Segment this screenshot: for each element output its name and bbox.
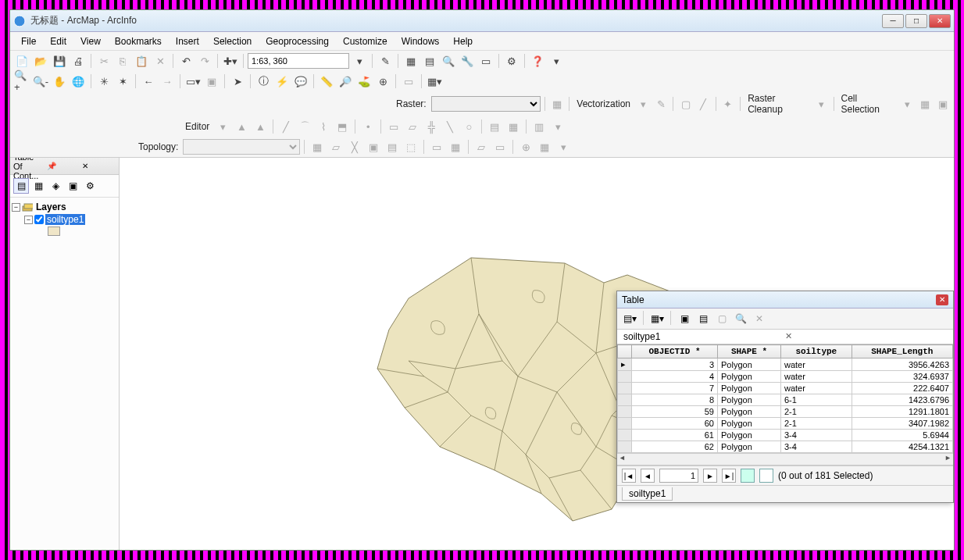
find-route-icon[interactable]: ⛳	[355, 73, 373, 90]
point-icon[interactable]: •	[359, 118, 377, 135]
row-selector[interactable]	[618, 406, 632, 418]
redo-icon[interactable]: ↷	[196, 52, 213, 70]
nav-first-icon[interactable]: |◄	[622, 469, 636, 483]
map-view[interactable]: Table ✕ ▤▾ ▦▾ ▣ ▤ ▢ 🔍 ✕ soiltype1 ✕	[120, 158, 954, 550]
related-tables-icon[interactable]: ▦▾	[649, 311, 665, 326]
menu-selection[interactable]: Selection	[207, 34, 258, 48]
model-builder-icon[interactable]: ⚙	[503, 52, 520, 70]
editor-toolbar-icon[interactable]: ✎	[377, 52, 394, 70]
options-icon[interactable]: ⚙	[82, 178, 98, 194]
sketch-properties-icon[interactable]: ▦	[505, 118, 522, 135]
split-icon[interactable]: ╲	[441, 118, 459, 135]
cell-objectid[interactable]: 7	[632, 383, 718, 394]
vectorization-label[interactable]: Vectorization	[573, 98, 634, 109]
row-selector[interactable]	[618, 394, 632, 406]
table-row[interactable]: 7Polygonwater222.6407	[618, 383, 953, 394]
show-selected-toggle[interactable]	[759, 469, 773, 483]
tree-symbol-row[interactable]	[12, 226, 117, 237]
layer-expander-icon[interactable]: −	[24, 216, 33, 224]
raster-cleanup-label[interactable]: Raster Cleanup	[744, 93, 812, 115]
topo-construct-icon[interactable]: ▱	[327, 138, 345, 155]
time-slider-icon[interactable]: ▭	[400, 73, 417, 90]
menu-help[interactable]: Help	[447, 34, 479, 48]
col-soiltype[interactable]: soiltype	[780, 345, 852, 358]
topo-error-inspector-icon[interactable]: ▦	[447, 138, 464, 155]
cut-polygons-icon[interactable]: ╬	[423, 118, 440, 135]
pin-icon[interactable]: 📌	[45, 162, 80, 170]
list-by-source-icon[interactable]: ▦	[30, 178, 46, 194]
cell-shape-length[interactable]: 324.6937	[852, 371, 952, 383]
raster-cleanup-dropdown-icon[interactable]: ▾	[813, 95, 830, 112]
help-icon[interactable]: ❓	[529, 52, 546, 70]
tree-layer-row[interactable]: − soiltype1	[12, 213, 117, 226]
search-icon[interactable]: 🔍	[440, 52, 457, 70]
menu-windows[interactable]: Windows	[395, 34, 446, 48]
table-row[interactable]: 8Polygon6-11423.6796	[618, 394, 953, 406]
pan-icon[interactable]: ✋	[51, 73, 68, 90]
fixed-zoom-out-icon[interactable]: ✶	[114, 73, 131, 90]
row-selector[interactable]	[618, 371, 632, 383]
select-by-attributes-icon[interactable]: ▣	[677, 311, 692, 326]
layer-visibility-checkbox[interactable]	[34, 215, 44, 224]
show-all-toggle[interactable]	[741, 469, 755, 483]
cell-shape-length[interactable]: 5.6944	[852, 430, 952, 441]
row-selector[interactable]	[618, 430, 632, 441]
cell-shape-length[interactable]: 3407.1982	[852, 418, 952, 430]
topo-edit-icon[interactable]: ▦	[309, 138, 326, 155]
menu-edit[interactable]: Edit	[44, 34, 73, 48]
cell-shape[interactable]: Polygon	[718, 383, 781, 394]
rotate-icon[interactable]: ○	[460, 118, 477, 135]
right-angle-icon[interactable]: ⬒	[334, 118, 351, 135]
vec-trace-icon[interactable]: ✎	[653, 95, 669, 112]
straight-segment-icon[interactable]: ╱	[277, 118, 295, 135]
menu-customize[interactable]: Customize	[337, 34, 394, 48]
zoom-in-icon[interactable]: 🔍+	[13, 73, 30, 90]
scale-input[interactable]	[248, 53, 349, 69]
identify-icon[interactable]: ⓘ	[255, 73, 272, 90]
edit-annotation-icon[interactable]: ▲	[252, 118, 269, 135]
minimize-button[interactable]: ─	[882, 14, 904, 28]
html-popup-icon[interactable]: 💬	[292, 73, 309, 90]
cell-objectid[interactable]: 4	[632, 371, 718, 383]
cell-shape[interactable]: Polygon	[718, 406, 781, 418]
table-options-icon[interactable]: ▤▾	[622, 311, 637, 326]
create-viewer-icon[interactable]: ▦▾	[426, 73, 443, 90]
row-selector-header[interactable]	[618, 345, 632, 358]
vec-line-icon[interactable]: ╱	[695, 95, 712, 112]
table-scroll-area[interactable]: OBJECTID * SHAPE * soiltype SHAPE_Length…	[617, 344, 953, 453]
bottom-tab-label[interactable]: soiltype1	[622, 487, 673, 501]
trace-icon[interactable]: ⌇	[315, 118, 332, 135]
cell-shape-length[interactable]: 4254.1321	[852, 441, 952, 453]
go-back-icon[interactable]: ←	[140, 73, 157, 90]
raster-select[interactable]	[431, 96, 541, 112]
row-selector[interactable]: ▸	[618, 358, 632, 371]
layers-label[interactable]: Layers	[34, 202, 68, 212]
new-icon[interactable]: 📄	[13, 52, 30, 70]
cell-tool1-icon[interactable]: ▦	[917, 95, 934, 112]
topo-validate-extent-icon[interactable]: ▤	[384, 138, 401, 155]
cell-soiltype[interactable]: 3-4	[780, 441, 852, 453]
topo-generalize-icon[interactable]: ▦	[536, 138, 553, 155]
edit-tool-icon[interactable]: ▲	[233, 118, 250, 135]
find-icon[interactable]: 🔎	[337, 73, 354, 90]
cell-objectid[interactable]: 8	[632, 394, 718, 406]
topo-fix-icon[interactable]: ⬚	[402, 138, 420, 155]
attributes-icon[interactable]: ▤	[486, 118, 503, 135]
layer-symbol-swatch[interactable]	[48, 226, 60, 236]
nav-prev-icon[interactable]: ◄	[641, 469, 655, 483]
cell-objectid[interactable]: 3	[632, 358, 718, 371]
col-shape-length[interactable]: SHAPE_Length	[852, 345, 952, 358]
tab-close-icon[interactable]: ✕	[785, 331, 947, 342]
cut-icon[interactable]: ✂	[95, 52, 112, 70]
georef-icon[interactable]: ▦	[549, 95, 566, 112]
cell-shape-length[interactable]: 3956.4263	[852, 358, 952, 371]
cell-shape[interactable]: Polygon	[718, 441, 781, 453]
topo-align-icon[interactable]: ⊕	[517, 138, 534, 155]
go-forward-icon[interactable]: →	[159, 73, 176, 90]
close-button[interactable]: ✕	[929, 14, 951, 28]
horizontal-scrollbar[interactable]	[617, 453, 953, 465]
topo-show-shared-icon[interactable]: ▱	[473, 138, 490, 155]
editor-options-icon[interactable]: ▾	[549, 118, 566, 135]
hyperlink-icon[interactable]: ⚡	[273, 73, 291, 90]
menu-geoprocessing[interactable]: Geoprocessing	[259, 34, 335, 48]
